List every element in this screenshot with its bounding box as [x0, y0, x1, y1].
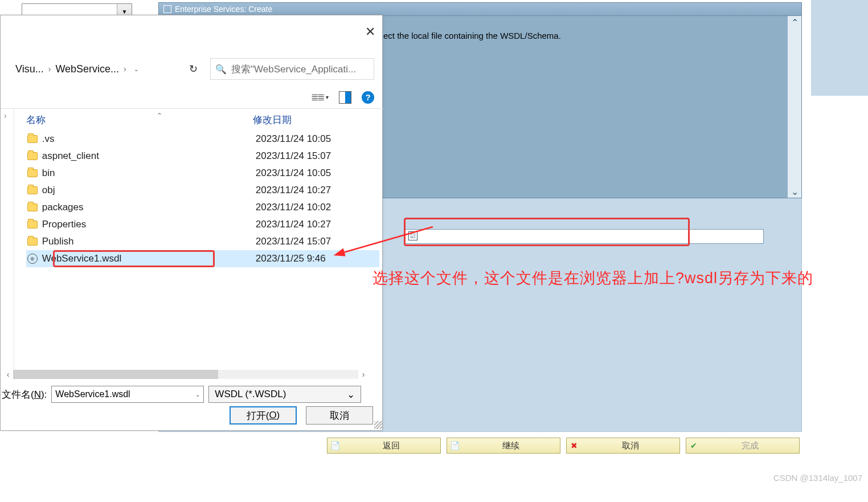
breadcrumb-dropdown-icon[interactable]: ⌄ — [131, 64, 141, 74]
annotation-text: 选择这个文件，这个文件是在浏览器上加上?wsdl另存为下来的 — [372, 267, 817, 289]
file-row[interactable]: .vs2023/11/24 10:05 — [26, 130, 379, 148]
file-name: Publish — [42, 236, 256, 247]
help-button[interactable]: ? — [362, 91, 374, 104]
preview-pane-button[interactable] — [339, 91, 351, 104]
bg-window-title: Enterprise Services: Create — [175, 5, 272, 14]
filename-dropdown-icon[interactable]: ⌄ — [195, 391, 200, 398]
cancel-button[interactable]: 取消 — [306, 406, 373, 425]
file-name: bin — [42, 168, 256, 179]
next-icon: 📄 — [447, 441, 462, 450]
horizontal-scrollbar[interactable]: ‹ › — [3, 369, 369, 380]
scroll-left-icon[interactable]: ‹ — [3, 370, 13, 379]
filename-value: WebService1.wsdl — [55, 389, 130, 399]
folder-icon — [26, 219, 39, 230]
bg-window-titlebar: Enterprise Services: Create — [158, 2, 802, 16]
col-date[interactable]: 修改日期 — [253, 113, 378, 126]
dialog-bottom: 文件名(N): WebService1.wsdl ⌄ WSDL (*.WSDL)… — [1, 379, 383, 430]
file-row[interactable]: Publish2023/11/24 15:07 — [26, 233, 379, 250]
scroll-down-icon[interactable]: ⌄ — [788, 185, 801, 198]
folder-icon — [26, 236, 39, 247]
file-row[interactable]: aspnet_client2023/11/24 15:07 — [26, 148, 379, 165]
chevron-right-icon: › — [124, 64, 126, 74]
file-date: 2023/11/24 10:05 — [256, 133, 379, 145]
sort-indicator-icon: ˆ — [154, 111, 165, 124]
open-button[interactable]: 打开(O) — [230, 406, 297, 425]
file-row[interactable]: bin2023/11/24 10:05 — [26, 165, 379, 182]
preview-pane-icon — [339, 91, 351, 104]
scroll-thumb[interactable] — [13, 370, 218, 379]
file-date: 2023/11/24 15:07 — [256, 150, 379, 162]
wsdl-file-icon: ⊕ — [26, 253, 39, 264]
dialog-nav-row: Visu... › WebService... › ⌄ ↻ 🔍 搜索"WebSe… — [10, 56, 374, 81]
dialog-toolbar: ≣≣▾ ? — [1, 86, 383, 109]
folder-icon — [26, 202, 39, 213]
file-list-area: 名称 修改日期 ˆ .vs2023/11/24 10:05aspnet_clie… — [1, 109, 383, 380]
bg-title-icon — [163, 5, 171, 13]
column-headers[interactable]: 名称 修改日期 ˆ — [26, 109, 379, 130]
bg-body-text: ect the local file containing the WSDL/S… — [383, 31, 561, 40]
nav-pane-collapse[interactable] — [1, 109, 14, 380]
annotation-box-input — [404, 218, 690, 246]
file-date: 2023/11/24 10:27 — [256, 185, 379, 196]
search-placeholder: 搜索"WebService_Applicati... — [231, 63, 356, 76]
watermark: CSDN @1314lay_1007 — [773, 473, 862, 483]
search-input[interactable]: 🔍 搜索"WebService_Applicati... — [210, 58, 374, 80]
sap-cancel-button[interactable]: ✖取消 — [566, 438, 680, 454]
sap-finish-button: ✔完成 — [686, 438, 800, 454]
file-name: packages — [42, 202, 256, 213]
file-date: 2023/11/24 10:05 — [256, 168, 379, 179]
folder-icon — [26, 150, 39, 162]
filename-row: 文件名(N): WebService1.wsdl ⌄ WSDL (*.WSDL)… — [2, 386, 361, 403]
sap-next-button[interactable]: 📄继续 — [447, 438, 560, 454]
col-name[interactable]: 名称 — [26, 113, 253, 126]
filetype-select[interactable]: WSDL (*.WSDL) ⌄ — [208, 386, 361, 403]
search-icon: 🔍 — [215, 64, 227, 75]
file-name: aspnet_client — [42, 150, 256, 162]
scroll-up-icon[interactable]: ⌃ — [788, 16, 801, 28]
file-date: 2023/11/24 10:27 — [256, 219, 379, 230]
scroll-right-icon[interactable]: › — [358, 370, 369, 379]
file-row[interactable]: obj2023/11/24 10:27 — [26, 182, 379, 199]
sap-wizard-buttons: 📄返回 📄继续 ✖取消 ✔完成 — [327, 438, 800, 454]
folder-icon — [26, 185, 39, 196]
cancel-icon: ✖ — [567, 441, 582, 450]
file-date: 2023/11/25 9:46 — [256, 253, 379, 264]
view-mode-button[interactable]: ≣≣▾ — [311, 92, 329, 103]
sap-back-button[interactable]: 📄返回 — [327, 438, 441, 454]
folder-icon — [26, 168, 39, 179]
bg-scrollbar[interactable]: ⌃ ⌄ — [788, 16, 801, 198]
breadcrumb-part1[interactable]: Visu... — [15, 63, 44, 75]
background-right-panel — [811, 0, 868, 96]
folder-icon — [26, 133, 39, 145]
file-open-dialog: ✕ Visu... › WebService... › ⌄ ↻ 🔍 搜索"Web… — [0, 15, 383, 431]
file-list: 名称 修改日期 ˆ .vs2023/11/24 10:05aspnet_clie… — [26, 109, 379, 379]
filetype-value: WSDL (*.WSDL) — [215, 389, 286, 400]
dialog-close-button[interactable]: ✕ — [365, 25, 375, 39]
file-name: .vs — [42, 133, 256, 145]
file-name: WebService1.wsdl — [42, 253, 256, 264]
breadcrumb-part2[interactable]: WebService... — [55, 63, 119, 75]
done-icon: ✔ — [686, 441, 701, 450]
file-name: obj — [42, 185, 256, 196]
file-date: 2023/11/24 15:07 — [256, 236, 379, 247]
back-icon: 📄 — [327, 441, 342, 450]
scroll-track[interactable] — [13, 370, 358, 379]
refresh-button[interactable]: ↻ — [186, 62, 200, 76]
filename-input[interactable]: WebService1.wsdl ⌄ — [51, 386, 204, 403]
chevron-right-icon: › — [48, 64, 51, 74]
resize-grip-icon[interactable] — [374, 421, 382, 429]
file-row[interactable]: Properties2023/11/24 10:27 — [26, 216, 379, 233]
file-name: Properties — [42, 219, 256, 230]
breadcrumb[interactable]: Visu... › WebService... › ⌄ — [10, 58, 181, 80]
file-row[interactable]: packages2023/11/24 10:02 — [26, 199, 379, 216]
dialog-button-row: 打开(O) 取消 — [230, 406, 373, 425]
filetype-dropdown-icon[interactable]: ⌄ — [347, 389, 355, 401]
file-row[interactable]: ⊕WebService1.wsdl2023/11/25 9:46 — [26, 250, 379, 267]
file-date: 2023/11/24 10:02 — [256, 202, 379, 213]
filename-label: 文件名(N): — [2, 388, 47, 401]
